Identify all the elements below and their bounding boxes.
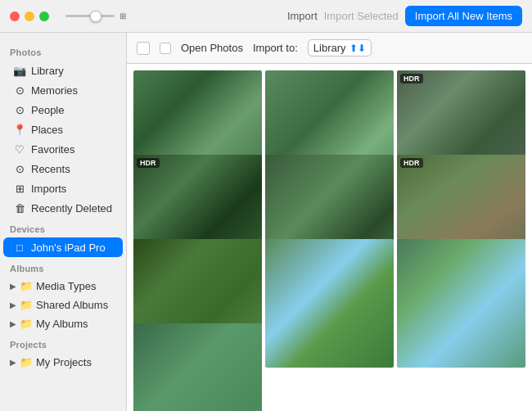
- chevron-right-icon: ▶: [10, 300, 16, 309]
- shared-albums-icon: 📁: [20, 299, 33, 311]
- import-to-select[interactable]: Library ⬆⬇: [308, 39, 372, 56]
- photo-grid: HDRHDRHDR: [127, 64, 532, 411]
- media-types-icon: 📁: [20, 280, 33, 292]
- title-bar: ⊞ Import Import Selected Import All New …: [0, 0, 532, 33]
- photo-thumbnail: [265, 239, 394, 368]
- albums-section-label: Albums: [0, 257, 126, 277]
- devices-section-label: Devices: [0, 218, 126, 237]
- select-arrow-icon: ⬆⬇: [349, 43, 366, 54]
- import-to-value: Library: [313, 42, 346, 54]
- sidebar-item-label: Memories: [31, 84, 78, 97]
- sidebar-item-people[interactable]: ⊙ People: [3, 100, 123, 120]
- imports-icon: ⊞: [13, 182, 26, 195]
- sidebar-item-label: Favorites: [31, 143, 74, 156]
- people-icon: ⊙: [13, 103, 26, 116]
- traffic-lights: [10, 11, 49, 21]
- sidebar-item-memories[interactable]: ⊙ Memories: [3, 80, 123, 100]
- sidebar-item-media-types[interactable]: ▶ 📁 Media Types: [0, 277, 126, 296]
- chevron-right-icon: ▶: [10, 319, 16, 328]
- import-actions: Import Import Selected Import All New It…: [287, 6, 522, 26]
- sidebar-item-library[interactable]: 📷 Library: [3, 61, 123, 80]
- chevron-right-icon: ▶: [10, 282, 16, 291]
- places-icon: 📍: [13, 123, 26, 136]
- recently-deleted-icon: 🗑: [13, 201, 26, 215]
- hdr-badge: HDR: [400, 158, 423, 168]
- sidebar-item-label: Library: [31, 65, 64, 77]
- maximize-button[interactable]: [39, 11, 49, 21]
- sidebar-item-recently-deleted[interactable]: 🗑 Recently Deleted: [3, 198, 123, 218]
- favorites-icon: ♡: [13, 142, 26, 156]
- sidebar-item-my-albums[interactable]: ▶ 📁 My Albums: [0, 314, 126, 333]
- import-toolbar: Open Photos Import to: Library ⬆⬇: [127, 33, 532, 64]
- sidebar-item-ipad[interactable]: □ John's iPad Pro: [3, 237, 123, 257]
- sidebar-item-recents[interactable]: ⊙ Recents: [3, 159, 123, 178]
- hdr-badge: HDR: [137, 158, 160, 168]
- photo-thumbnail: [133, 323, 262, 411]
- minimize-button[interactable]: [25, 11, 34, 21]
- photo-cell[interactable]: [265, 239, 394, 368]
- import-selected-button[interactable]: Import Selected: [324, 10, 399, 22]
- sidebar-item-label: My Projects: [36, 356, 92, 368]
- sidebar-item-favorites[interactable]: ♡ Favorites: [3, 139, 123, 159]
- sidebar-item-imports[interactable]: ⊞ Imports: [3, 178, 123, 198]
- sidebar-item-shared-albums[interactable]: ▶ 📁 Shared Albums: [0, 296, 126, 314]
- sidebar-item-my-projects[interactable]: ▶ 📁 My Projects: [0, 353, 126, 372]
- content-area: Open Photos Import to: Library ⬆⬇ HDRHDR…: [127, 33, 532, 411]
- import-all-button[interactable]: Import All New Items: [405, 6, 522, 26]
- main-layout: Photos 📷 Library ⊙ Memories ⊙ People 📍 P…: [0, 33, 532, 411]
- sidebar-item-label: John's iPad Pro: [31, 242, 106, 254]
- recents-icon: ⊙: [13, 162, 26, 175]
- photo-cell[interactable]: [133, 323, 262, 411]
- select-all-checkbox[interactable]: [137, 42, 150, 55]
- photo-thumbnail: [397, 239, 525, 368]
- sidebar: Photos 📷 Library ⊙ Memories ⊙ People 📍 P…: [0, 33, 127, 411]
- projects-section-label: Projects: [0, 333, 126, 353]
- memories-icon: ⊙: [13, 84, 26, 97]
- sidebar-item-places[interactable]: 📍 Places: [3, 120, 123, 139]
- chevron-right-icon: ▶: [10, 358, 16, 367]
- sidebar-item-label: Imports: [31, 183, 66, 195]
- sidebar-item-label: My Albums: [36, 318, 88, 330]
- sidebar-item-label: Places: [31, 124, 63, 136]
- hdr-badge: HDR: [400, 74, 423, 84]
- sidebar-item-label: Recently Deleted: [31, 202, 112, 215]
- sidebar-item-label: Recents: [31, 163, 70, 175]
- ipad-icon: □: [13, 241, 26, 254]
- open-photos-label: Open Photos: [181, 42, 243, 54]
- sidebar-item-label: Media Types: [36, 280, 96, 292]
- open-photos-checkbox[interactable]: [160, 43, 171, 54]
- close-button[interactable]: [10, 11, 20, 21]
- zoom-slider[interactable]: ⊞: [65, 11, 126, 20]
- import-to-label: Import to:: [253, 42, 298, 54]
- my-albums-icon: 📁: [20, 318, 33, 330]
- my-projects-icon: 📁: [20, 356, 33, 368]
- sidebar-item-label: People: [31, 104, 64, 116]
- photo-cell[interactable]: [397, 239, 525, 368]
- photos-section-label: Photos: [0, 41, 126, 61]
- import-label: Import: [287, 10, 318, 22]
- sidebar-item-label: Shared Albums: [36, 299, 108, 311]
- grid-size-icon: ⊞: [119, 11, 126, 20]
- library-icon: 📷: [13, 64, 26, 77]
